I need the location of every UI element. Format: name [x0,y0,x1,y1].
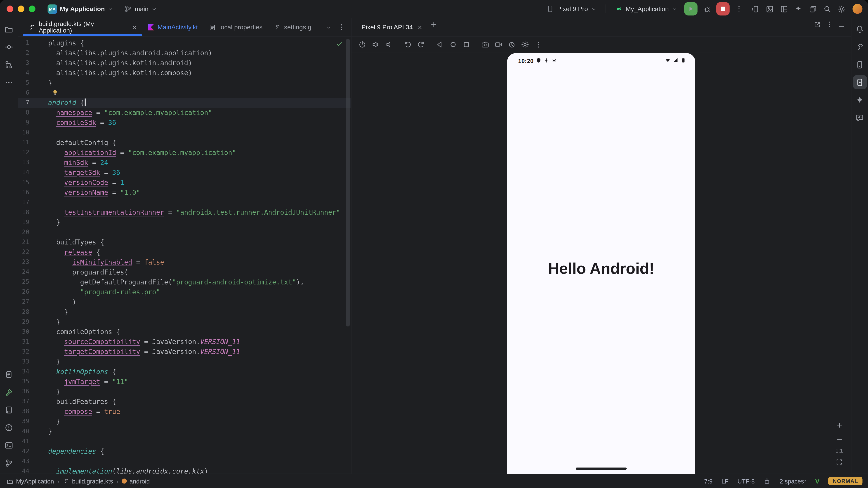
lock-icon[interactable] [764,477,771,485]
gesture-bar[interactable] [576,467,627,470]
code-line-37[interactable]: 37 buildFeatures { [18,397,351,407]
code-line-28[interactable]: 28 } [18,307,351,317]
code-line-36[interactable]: 36 } [18,387,351,397]
close-device-tab-button[interactable]: × [418,24,422,31]
breadcrumb-MyApplication[interactable]: MyApplication [6,478,54,484]
code-line-39[interactable]: 39 } [18,417,351,427]
code-line-29[interactable]: 29 } [18,317,351,327]
emulator-screen[interactable]: 10:20 Hello Android! [507,53,695,474]
rotate-left-button[interactable] [401,38,414,51]
tool-stripe-gradle-button[interactable] [853,40,867,54]
code-line-33[interactable]: 33 } [18,357,351,367]
inspections-status-icon[interactable] [336,40,343,51]
editor-tab[interactable]: build.gradle.kts (My Application)× [23,18,142,36]
zoom-in-button[interactable] [833,419,845,431]
breadcrumb-android[interactable]: android [122,478,150,484]
hidden-tabs-button[interactable] [322,21,334,33]
overview-button[interactable] [460,38,473,51]
file-encoding[interactable]: UTF-8 [737,478,754,484]
code-line-3[interactable]: 3 alias(libs.plugins.kotlin.android) [18,58,351,68]
code-line-26[interactable]: 26 "proguard-rules.pro" [18,287,351,297]
code-line-6[interactable]: 6 [18,88,351,98]
tool-stripe-logcat-button[interactable] [2,367,16,381]
code-line-14[interactable]: 14 targetSdk = 36 [18,168,351,177]
tool-stripe-app-insights-button[interactable] [853,111,867,125]
code-line-38[interactable]: 38 compose = true [18,407,351,417]
code-line-40[interactable]: 40} [18,427,351,436]
home-button[interactable] [447,38,459,51]
tool-stripe-problems-button[interactable] [2,420,16,434]
code-line-42[interactable]: 42dependencies { [18,447,351,456]
more-button[interactable] [532,38,545,51]
panel-options-button[interactable] [823,18,835,31]
code-line-22[interactable]: 22 release { [18,248,351,257]
more-windows-icon[interactable] [806,2,819,15]
resource-manager-icon[interactable] [763,2,776,15]
zoom-out-button[interactable] [833,433,845,446]
code-line-18[interactable]: 18 testInstrumentationRunner = "androidx… [18,207,351,217]
device-mirroring-icon[interactable] [748,2,762,15]
run-button[interactable] [684,2,698,15]
screen-record-button[interactable] [492,38,505,51]
volume-up-button[interactable] [369,38,382,51]
code-line-2[interactable]: 2 alias(libs.plugins.android.application… [18,48,351,58]
search-icon[interactable] [820,2,834,15]
tool-stripe-version-control-button[interactable] [2,456,16,470]
volume-down-button[interactable] [382,38,395,51]
code-editor[interactable]: 1plugins {2 alias(libs.plugins.android.a… [18,37,351,474]
stop-button[interactable] [716,2,730,15]
user-avatar[interactable] [852,4,862,14]
tool-stripe-device-manager-button[interactable] [853,58,867,71]
layout-inspector-icon[interactable] [777,2,790,15]
debug-button[interactable] [700,2,714,15]
code-line-16[interactable]: 16 versionName = "1.0" [18,188,351,197]
code-line-5[interactable]: 5} [18,78,351,88]
run-configuration-selector[interactable]: My_Application [611,3,682,15]
indent-style[interactable]: 2 spaces* [780,478,806,484]
device-tab[interactable]: Pixel 9 Pro API 34 × [356,18,428,36]
code-line-1[interactable]: 1plugins { [18,38,351,48]
code-line-17[interactable]: 17 [18,197,351,207]
tool-stripe-more-tools-button[interactable] [2,75,16,89]
code-line-25[interactable]: 25 getDefaultProguardFile("proguard-andr… [18,277,351,287]
editor-options-button[interactable] [336,21,348,33]
ai-assistant-icon[interactable] [792,2,805,15]
settings-icon[interactable] [835,2,848,15]
code-line-12[interactable]: 12 applicationId = "com.example.myapplic… [18,148,351,158]
open-in-window-button[interactable] [811,18,823,31]
code-line-24[interactable]: 24 proguardFiles( [18,267,351,277]
branch-selector[interactable]: main [120,3,161,15]
code-line-31[interactable]: 31 sourceCompatibility = JavaVersion.VER… [18,337,351,347]
rotate-right-button[interactable] [414,38,427,51]
code-line-32[interactable]: 32 targetCompatibility = JavaVersion.VER… [18,347,351,357]
snapshots-button[interactable] [505,38,518,51]
editor-tab[interactable]: settings.g... [268,18,322,36]
zoom-window-button[interactable] [29,5,35,12]
zoom-ratio[interactable]: 1:1 [835,448,843,454]
code-line-8[interactable]: 8 namespace = "com.example.myapplication… [18,108,351,118]
tool-stripe-terminal-button[interactable] [2,438,16,452]
intention-bulb-icon[interactable] [52,89,59,96]
tool-stripe-commit-button[interactable] [2,40,16,54]
code-line-35[interactable]: 35 jvmTarget = "11" [18,377,351,387]
code-line-15[interactable]: 15 versionCode = 1 [18,177,351,188]
code-line-41[interactable]: 41 [18,436,351,447]
back-button[interactable] [434,38,446,51]
breadcrumb-build.gradle.kts[interactable]: build.gradle.kts [63,478,113,484]
device-settings-button[interactable] [519,38,531,51]
tool-stripe-project-button[interactable] [2,22,16,36]
editor-tab[interactable]: local.properties [203,18,268,36]
tool-stripe-structure-button[interactable] [2,58,16,71]
project-selector[interactable]: MA My Application [43,2,118,16]
editor-tab[interactable]: MainActivity.kt [142,18,203,36]
code-line-13[interactable]: 13 minSdk = 24 [18,158,351,168]
tool-stripe-running-devices-button[interactable] [853,75,867,89]
editor-scrollbar[interactable] [346,39,350,326]
code-line-23[interactable]: 23 isMinifyEnabled = false [18,257,351,267]
line-separator[interactable]: LF [721,478,728,484]
power-button[interactable] [356,38,369,51]
zoom-fit-button[interactable] [833,456,845,468]
code-line-21[interactable]: 21 buildTypes { [18,237,351,248]
tool-stripe-notifications-button[interactable] [853,22,867,36]
code-line-20[interactable]: 20 [18,228,351,237]
